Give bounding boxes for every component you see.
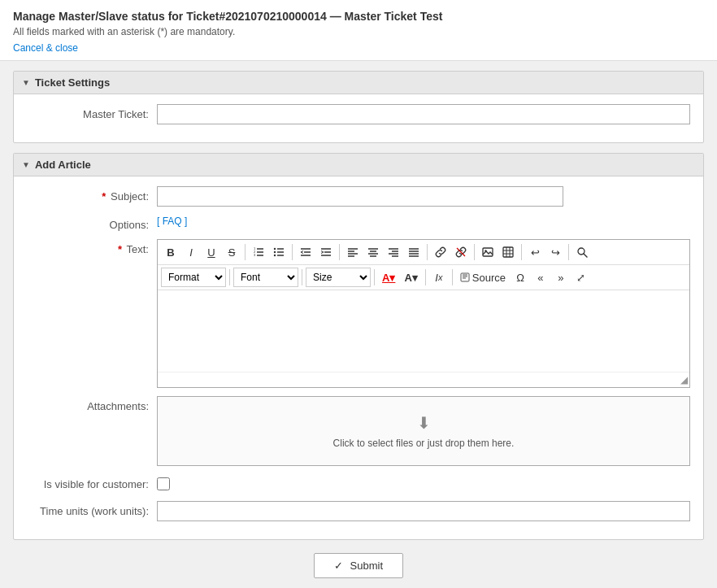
subject-required-mark: * [102, 190, 106, 203]
time-units-control [157, 501, 690, 521]
time-units-row: Time units (work units): [27, 501, 690, 521]
size-select[interactable]: Size [306, 268, 371, 287]
master-ticket-input[interactable] [157, 104, 690, 124]
editor-resize-handle: ◢ [158, 372, 689, 387]
text-required-mark: * [118, 243, 122, 255]
format-select[interactable]: Format [161, 268, 226, 287]
faq-brackets: [ FAQ ] [157, 216, 187, 227]
svg-text:3: 3 [254, 253, 256, 257]
attachments-label: Attachments: [27, 396, 157, 412]
svg-point-11 [274, 255, 276, 256]
ticket-settings-arrow: ▼ [22, 78, 30, 87]
indent-less-button[interactable] [296, 242, 315, 262]
options-row: Options: [ FAQ ] [27, 215, 690, 231]
ticket-settings-header[interactable]: ▼ Ticket Settings [14, 72, 703, 94]
submit-row: ✓ Submit [0, 553, 717, 578]
quote-close-button[interactable]: » [551, 268, 571, 287]
faq-link[interactable]: [ FAQ ] [157, 216, 187, 227]
text-label: * Text: [27, 239, 157, 255]
svg-point-10 [274, 251, 276, 253]
text-row: * Text: B I U S 123 [27, 239, 690, 388]
sep6 [521, 244, 522, 260]
editor: B I U S 123 [157, 239, 690, 388]
sep9 [302, 269, 302, 285]
sep7 [568, 244, 569, 260]
table-button[interactable] [498, 242, 518, 262]
link-button[interactable] [431, 242, 450, 262]
attachment-text: Click to select files or just drop them … [174, 438, 673, 449]
sep4 [427, 244, 428, 260]
ticket-settings-label: Ticket Settings [35, 76, 110, 89]
unordered-list-button[interactable] [269, 242, 289, 262]
strikethrough-button[interactable]: S [222, 242, 241, 262]
page-subtitle: All fields marked with an asterisk (*) a… [13, 26, 704, 37]
svg-rect-35 [483, 248, 493, 256]
sep1 [245, 244, 246, 260]
subject-input[interactable] [157, 186, 563, 207]
visible-row: Is visible for customer: [27, 474, 690, 493]
add-article-arrow: ▼ [22, 160, 30, 169]
sep11 [425, 269, 426, 285]
add-article-header[interactable]: ▼ Add Article [14, 154, 703, 176]
visible-checkbox[interactable] [157, 477, 170, 490]
align-center-button[interactable] [363, 242, 383, 262]
sep10 [374, 269, 375, 285]
master-ticket-row: Master Ticket: [27, 104, 690, 124]
omega-button[interactable]: Ω [511, 268, 530, 287]
subject-label: * Subject: [27, 186, 157, 203]
sep2 [292, 244, 293, 260]
add-article-body: * Subject: Options: [ FAQ ] * Text: [14, 176, 703, 539]
align-left-button[interactable] [343, 242, 363, 262]
visible-label: Is visible for customer: [27, 474, 157, 490]
attachment-drop-zone[interactable]: ⬇ Click to select files or just drop the… [157, 396, 690, 466]
ordered-list-button[interactable]: 123 [249, 242, 268, 262]
subject-control [157, 186, 690, 207]
bold-button[interactable]: B [161, 242, 180, 262]
ticket-settings-body: Master Ticket: [14, 94, 703, 142]
add-article-section: ▼ Add Article * Subject: Options: [ FAQ … [13, 153, 704, 540]
time-units-input[interactable] [157, 501, 690, 521]
download-icon: ⬇ [174, 413, 673, 433]
redo-button[interactable]: ↪ [545, 242, 565, 262]
format-select-wrap: Format [161, 268, 226, 287]
subject-row: * Subject: [27, 186, 690, 207]
submit-button[interactable]: ✓ Submit [314, 553, 403, 578]
toolbar-row2: Format Font Size [158, 265, 689, 290]
align-right-button[interactable] [384, 242, 403, 262]
sep12 [452, 269, 453, 285]
visible-control [157, 477, 690, 493]
add-article-label: Add Article [35, 159, 91, 171]
font-select[interactable]: Font [233, 268, 298, 287]
justify-button[interactable] [404, 242, 424, 262]
bg-color-button[interactable]: A▾ [400, 268, 421, 287]
resize-icon: ◢ [680, 374, 688, 385]
underline-button[interactable]: U [202, 242, 221, 262]
sep8 [229, 269, 230, 285]
find-button[interactable] [572, 242, 592, 262]
undo-button[interactable]: ↩ [525, 242, 545, 262]
options-control: [ FAQ ] [157, 215, 690, 227]
source-button[interactable]: Source [456, 268, 510, 287]
size-select-wrap: Size [306, 268, 371, 287]
master-ticket-label: Master Ticket: [27, 104, 157, 120]
italic-button[interactable]: I [181, 242, 201, 262]
attachment-control: ⬇ Click to select files or just drop the… [157, 396, 690, 466]
submit-icon: ✓ [334, 560, 343, 572]
toolbar-row1: B I U S 123 [158, 240, 689, 265]
cancel-close-link[interactable]: Cancel & close [13, 42, 78, 54]
unlink-button[interactable] [451, 242, 471, 262]
indent-more-button[interactable] [316, 242, 336, 262]
font-color-button[interactable]: A▾ [378, 268, 399, 287]
sep3 [339, 244, 340, 260]
editor-body[interactable] [158, 290, 689, 372]
font-select-wrap: Font [233, 268, 298, 287]
clear-format-button[interactable]: Ix [429, 268, 449, 287]
options-label: Options: [27, 215, 157, 231]
svg-line-43 [584, 254, 587, 257]
text-editor-container: B I U S 123 [157, 239, 690, 388]
fullscreen-button[interactable]: ⤢ [571, 268, 591, 287]
image-button[interactable] [478, 242, 498, 262]
quote-open-button[interactable]: « [531, 268, 550, 287]
ticket-settings-section: ▼ Ticket Settings Master Ticket: [13, 71, 704, 143]
svg-rect-37 [503, 247, 513, 257]
